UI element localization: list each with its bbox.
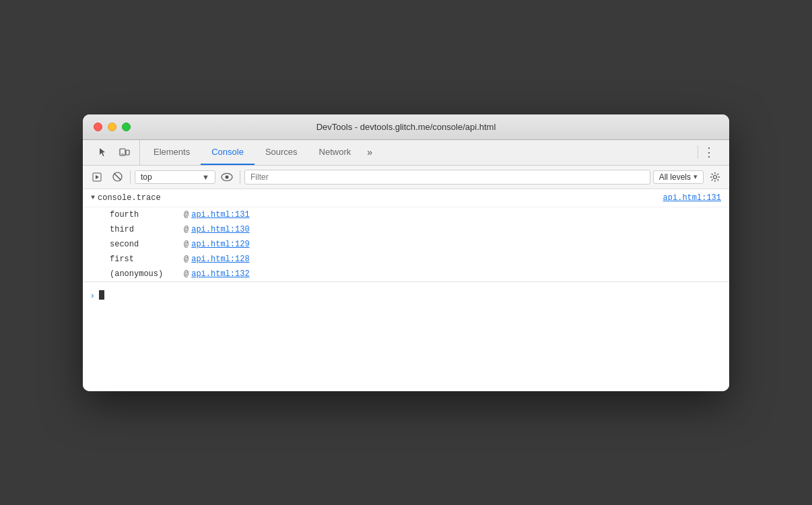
trace-at-0: @ xyxy=(184,210,189,220)
trace-func-0: fourth xyxy=(110,210,184,220)
minimize-button[interactable] xyxy=(108,123,116,131)
trace-entry-2: second @ api.html:129 xyxy=(83,237,729,252)
more-options-button[interactable]: ⋮ xyxy=(700,143,718,162)
window-title: DevTools - devtools.glitch.me/console/ap… xyxy=(316,122,496,132)
log-level-selector[interactable]: All levels ▾ xyxy=(653,170,704,184)
svg-point-9 xyxy=(714,175,717,178)
console-trace-header: ▼ console.trace api.html:131 xyxy=(83,189,729,207)
console-input-row[interactable]: › xyxy=(83,281,729,308)
toolbar-divider2 xyxy=(240,170,240,184)
trace-entry-3: first @ api.html:128 xyxy=(83,252,729,267)
device-toolbar-button[interactable] xyxy=(115,143,134,162)
maximize-button[interactable] xyxy=(122,123,131,131)
close-button[interactable] xyxy=(94,123,102,131)
clear-console-button[interactable] xyxy=(108,168,126,186)
trace-entries: fourth @ api.html:131 third @ api.html:1… xyxy=(83,207,729,281)
tabs-right: ⋮ xyxy=(691,140,724,165)
trace-label: console.trace xyxy=(98,193,161,203)
tab-sources[interactable]: Sources xyxy=(255,140,308,165)
tab-console[interactable]: Console xyxy=(201,140,255,165)
filter-input[interactable] xyxy=(244,170,650,184)
trace-source-link[interactable]: api.html:131 xyxy=(663,193,721,203)
toolbar-icons xyxy=(88,140,140,165)
tabs-bar: Elements Console Sources Network » ⋮ xyxy=(83,140,729,166)
trace-at-2: @ xyxy=(184,240,189,249)
titlebar: DevTools - devtools.glitch.me/console/ap… xyxy=(83,114,729,140)
run-snippet-button[interactable] xyxy=(88,168,106,186)
svg-point-8 xyxy=(226,175,229,178)
divider xyxy=(698,145,698,159)
devtools-window: DevTools - devtools.glitch.me/console/ap… xyxy=(83,114,729,391)
trace-at-1: @ xyxy=(184,225,189,234)
svg-rect-1 xyxy=(126,150,129,155)
trace-link-3[interactable]: api.html:128 xyxy=(191,255,249,264)
trace-entry-1: third @ api.html:130 xyxy=(83,222,729,237)
svg-marker-4 xyxy=(96,175,99,179)
trace-at-4: @ xyxy=(184,269,189,279)
trace-func-3: first xyxy=(110,255,184,264)
trace-link-1[interactable]: api.html:130 xyxy=(191,225,249,234)
trace-func-2: second xyxy=(110,240,184,249)
trace-link-4[interactable]: api.html:132 xyxy=(191,269,249,279)
trace-func-1: third xyxy=(110,225,184,234)
settings-button[interactable] xyxy=(706,168,724,186)
cursor-tool-button[interactable] xyxy=(94,143,112,162)
trace-entry-0: fourth @ api.html:131 xyxy=(83,207,729,222)
traffic-lights xyxy=(94,123,131,131)
console-empty-area xyxy=(83,308,729,376)
console-cursor xyxy=(99,290,104,300)
console-prompt-icon[interactable]: › xyxy=(91,290,94,300)
tab-network[interactable]: Network xyxy=(308,140,362,165)
watch-expressions-button[interactable] xyxy=(218,168,236,186)
more-tabs-button[interactable]: » xyxy=(362,140,378,165)
trace-at-3: @ xyxy=(184,255,189,264)
svg-line-6 xyxy=(114,174,121,180)
toolbar-divider xyxy=(130,170,131,184)
console-output: ▼ console.trace api.html:131 fourth @ ap… xyxy=(83,189,729,391)
trace-expand-arrow[interactable]: ▼ xyxy=(91,194,95,201)
tab-elements[interactable]: Elements xyxy=(143,140,201,165)
trace-link-2[interactable]: api.html:129 xyxy=(191,240,249,249)
context-selector[interactable]: top ▼ xyxy=(135,170,215,184)
trace-entry-4: (anonymous) @ api.html:132 xyxy=(83,267,729,281)
trace-func-4: (anonymous) xyxy=(110,269,184,279)
console-toolbar: top ▼ All levels ▾ xyxy=(83,166,729,189)
trace-link-0[interactable]: api.html:131 xyxy=(191,210,249,220)
